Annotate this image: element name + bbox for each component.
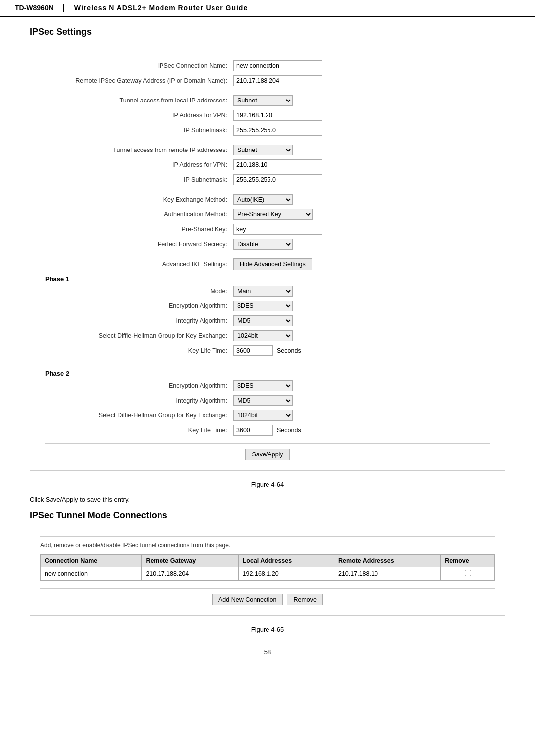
- phase2-label: Phase 2: [45, 370, 490, 377]
- perfect-forward-field: Disable Enable: [233, 239, 490, 250]
- enc-algo-p2-row: Encryption Algorithm: 3DES AES DES: [45, 380, 490, 391]
- tunnel-local-label: Tunnel access from local IP addresses:: [45, 97, 233, 104]
- figure-4-64: Figure 4-64: [30, 481, 505, 488]
- enc-algo-p2-select[interactable]: 3DES AES DES: [233, 380, 293, 391]
- pre-shared-key-input[interactable]: [233, 224, 322, 235]
- advanced-ike-row: Advanced IKE Settings: Hide Advanced Set…: [45, 258, 490, 270]
- ip-subnetmask-local-field: [233, 125, 490, 136]
- dh-group-p2-select[interactable]: 1024bit 768bit 2048bit: [233, 410, 293, 421]
- enc-algo-p1-label: Encryption Algorithm:: [45, 302, 233, 309]
- tunnel-local-row: Tunnel access from local IP addresses: S…: [45, 95, 490, 106]
- tunnel-connections-table: Connection Name Remote Gateway Local Add…: [40, 554, 495, 581]
- remote-gateway-row: Remote IPSec Gateway Address (IP or Doma…: [45, 75, 490, 86]
- add-new-connection-button[interactable]: Add New Connection: [212, 594, 283, 605]
- table-row: new connection 210.17.188.204 192.168.1.…: [41, 567, 495, 581]
- enc-algo-p1-select[interactable]: 3DES AES DES: [233, 301, 293, 311]
- ip-subnetmask-local-label: IP Subnetmask:: [45, 127, 233, 134]
- mode-select[interactable]: Main Aggressive: [233, 286, 293, 297]
- save-apply-row: Save/Apply: [45, 443, 490, 460]
- remote-gateway-input[interactable]: [233, 75, 322, 86]
- ip-vpn-local-field: [233, 110, 490, 121]
- save-apply-button[interactable]: Save/Apply: [245, 449, 289, 460]
- model-name: TD-W8960N: [15, 4, 64, 12]
- cell-remove[interactable]: [441, 567, 495, 581]
- enc-algo-p2-field: 3DES AES DES: [233, 380, 490, 391]
- phase1-label: Phase 1: [45, 275, 490, 283]
- perfect-forward-label: Perfect Forward Secrecy:: [45, 241, 233, 248]
- ip-subnetmask-local-input[interactable]: [233, 125, 322, 136]
- remove-button[interactable]: Remove: [287, 594, 323, 605]
- remove-checkbox[interactable]: [465, 570, 471, 576]
- key-exchange-label: Key Exchange Method:: [45, 196, 233, 203]
- integrity-algo-p1-row: Integrity Algorithm: MD5 SHA1: [45, 315, 490, 326]
- enc-algo-p1-field: 3DES AES DES: [233, 301, 490, 311]
- cell-connection-name: new connection: [41, 567, 142, 581]
- connection-name-input[interactable]: [233, 60, 322, 71]
- col-remote-gateway: Remote Gateway: [142, 555, 238, 567]
- perfect-forward-select[interactable]: Disable Enable: [233, 239, 293, 250]
- col-connection-name: Connection Name: [41, 555, 142, 567]
- page-header: TD-W8960N Wireless N ADSL2+ Modem Router…: [0, 0, 535, 17]
- dh-group-p1-label: Select Diffie-Hellman Group for Key Exch…: [45, 332, 233, 339]
- integrity-algo-p1-field: MD5 SHA1: [233, 315, 490, 326]
- ip-vpn-local-input[interactable]: [233, 110, 322, 121]
- advanced-ike-label: Advanced IKE Settings:: [45, 261, 233, 268]
- auth-method-field: Pre-Shared Key Certificate: [233, 209, 490, 220]
- tunnel-panel-divider-bottom: [40, 588, 495, 589]
- pre-shared-key-row: Pre-Shared Key:: [45, 224, 490, 235]
- ip-vpn-remote-label: IP Address for VPN:: [45, 161, 233, 168]
- ip-subnetmask-local-row: IP Subnetmask:: [45, 125, 490, 136]
- key-life-p1-input[interactable]: [233, 345, 273, 356]
- tunnel-buttons: Add New Connection Remove: [40, 594, 495, 605]
- tunnel-local-select[interactable]: Subnet Single IP: [233, 95, 293, 106]
- auth-method-label: Authentication Method:: [45, 211, 233, 218]
- ip-vpn-remote-input[interactable]: [233, 159, 322, 170]
- tunnel-description: Add, remove or enable/disable IPSec tunn…: [40, 542, 495, 549]
- tunnel-panel-divider-top: [40, 536, 495, 537]
- tunnel-remote-select[interactable]: Subnet Single IP: [233, 145, 293, 155]
- tunnel-local-field: Subnet Single IP: [233, 95, 490, 106]
- auth-method-select[interactable]: Pre-Shared Key Certificate: [233, 209, 313, 220]
- integrity-algo-p2-field: MD5 SHA1: [233, 395, 490, 406]
- remote-gateway-label: Remote IPSec Gateway Address (IP or Doma…: [45, 77, 233, 84]
- col-local-addresses: Local Addresses: [238, 555, 334, 567]
- cell-remote-gateway: 210.17.188.204: [142, 567, 238, 581]
- dh-group-p1-select[interactable]: 1024bit 768bit 2048bit: [233, 330, 293, 341]
- mode-row: Mode: Main Aggressive: [45, 286, 490, 297]
- tunnel-panel: Add, remove or enable/disable IPSec tunn…: [30, 526, 505, 616]
- tunnel-remote-label: Tunnel access from remote IP addresses:: [45, 147, 233, 153]
- key-life-p2-input[interactable]: [233, 425, 273, 436]
- dh-group-p2-label: Select Diffie-Hellman Group for Key Exch…: [45, 412, 233, 419]
- key-exchange-select[interactable]: Auto(IKE) Manual: [233, 194, 293, 205]
- dh-group-p2-field: 1024bit 768bit 2048bit: [233, 410, 490, 421]
- enc-algo-p2-label: Encryption Algorithm:: [45, 382, 233, 389]
- ip-subnetmask-remote-input[interactable]: [233, 174, 322, 185]
- ip-vpn-local-row: IP Address for VPN:: [45, 110, 490, 121]
- perfect-forward-row: Perfect Forward Secrecy: Disable Enable: [45, 239, 490, 250]
- integrity-algo-p2-label: Integrity Algorithm:: [45, 397, 233, 404]
- advanced-ike-field: Hide Advanced Settings: [233, 258, 490, 270]
- key-life-p1-label: Key Life Time:: [45, 347, 233, 354]
- connection-name-label: IPSec Connection Name:: [45, 62, 233, 69]
- main-content: IPSec Settings IPSec Connection Name: Re…: [0, 22, 535, 670]
- key-life-p2-row: Key Life Time: Seconds: [45, 425, 490, 436]
- dh-group-p2-row: Select Diffie-Hellman Group for Key Exch…: [45, 410, 490, 421]
- key-life-p1-row: Key Life Time: Seconds: [45, 345, 490, 356]
- figure-4-65: Figure 4-65: [30, 626, 505, 633]
- key-life-p1-unit: Seconds: [277, 347, 301, 354]
- col-remove: Remove: [441, 555, 495, 567]
- tunnel-remote-field: Subnet Single IP: [233, 145, 490, 155]
- mode-field: Main Aggressive: [233, 286, 490, 297]
- col-remote-addresses: Remote Addresses: [334, 555, 440, 567]
- table-header-row: Connection Name Remote Gateway Local Add…: [41, 555, 495, 567]
- ipsec-settings-title: IPSec Settings: [30, 27, 505, 37]
- key-life-p2-unit: Seconds: [277, 427, 301, 434]
- enc-algo-p1-row: Encryption Algorithm: 3DES AES DES: [45, 301, 490, 311]
- integrity-algo-p1-select[interactable]: MD5 SHA1: [233, 315, 293, 326]
- integrity-algo-p2-select[interactable]: MD5 SHA1: [233, 395, 293, 406]
- save-apply-paragraph: Click Save/Apply to save this entry.: [30, 496, 505, 503]
- integrity-algo-p2-row: Integrity Algorithm: MD5 SHA1: [45, 395, 490, 406]
- ip-subnetmask-remote-label: IP Subnetmask:: [45, 176, 233, 183]
- key-life-p2-label: Key Life Time:: [45, 427, 233, 434]
- hide-advanced-settings-button[interactable]: Hide Advanced Settings: [233, 258, 312, 270]
